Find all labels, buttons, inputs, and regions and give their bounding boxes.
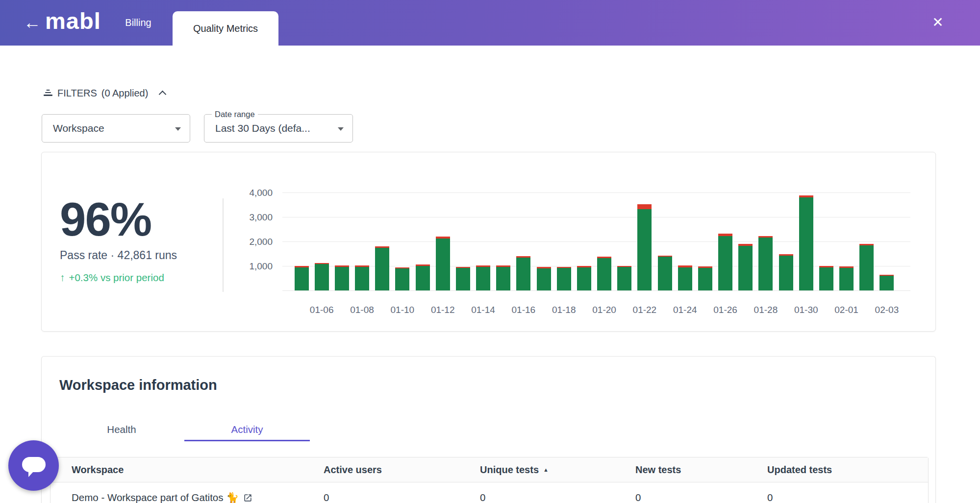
mabl-logo: mabl	[45, 7, 101, 34]
workspace-info-tabs: Health Activity	[59, 418, 310, 441]
bar-passed-segment	[637, 209, 652, 290]
bar-failed-segment	[637, 204, 652, 209]
bar-01-15[interactable]	[496, 265, 510, 290]
bar-01-13[interactable]	[456, 267, 470, 291]
tab-quality-metrics-label: Quality Metrics	[193, 23, 258, 34]
bar-01-25[interactable]	[698, 266, 712, 290]
column-header-active-users[interactable]: Active users	[324, 464, 480, 476]
bar-01-26[interactable]	[718, 234, 732, 290]
bar-02-02[interactable]	[859, 244, 874, 290]
bar-01-14[interactable]	[476, 265, 490, 290]
pass-rate-value: 96%	[60, 194, 226, 244]
bar-01-05[interactable]	[295, 266, 309, 290]
y-axis-tick-label: 1,000	[232, 261, 273, 272]
table-row[interactable]: Demo - Workspace part of Gatitos 🐈 0 0 0…	[50, 482, 928, 503]
x-axis-tick-label: 01-28	[754, 305, 778, 315]
x-axis-tick-label: 01-30	[794, 305, 818, 315]
bar-passed-segment	[597, 258, 611, 291]
bar-01-27[interactable]	[738, 244, 753, 290]
bar-01-31[interactable]	[819, 266, 833, 290]
bar-01-30[interactable]	[799, 195, 813, 290]
x-axis-tick-label: 02-03	[875, 305, 899, 315]
bar-passed-segment	[859, 245, 874, 291]
bar-01-18[interactable]	[557, 267, 571, 291]
bar-02-01[interactable]	[839, 266, 854, 290]
x-axis-tick-label: 01-26	[713, 305, 737, 315]
chat-launcher-button[interactable]	[8, 440, 59, 491]
chevron-up-icon	[159, 91, 167, 98]
external-link-icon[interactable]	[243, 493, 252, 503]
x-axis-tick-label: 01-12	[431, 305, 455, 315]
sort-ascending-icon: ▲	[543, 467, 549, 473]
bar-plot: 1,0002,0003,0004,00001-0601-0801-1001-12…	[282, 193, 910, 291]
bar-passed-segment	[416, 266, 430, 291]
bar-passed-segment	[698, 268, 712, 291]
workspace-information-title: Workspace information	[59, 377, 217, 393]
bar-passed-segment	[295, 267, 309, 291]
filter-icon	[43, 90, 52, 97]
bar-01-21[interactable]	[617, 266, 631, 291]
tab-activity[interactable]: Activity	[184, 418, 310, 441]
bar-passed-segment	[799, 197, 813, 290]
x-axis-tick-label: 01-14	[471, 305, 495, 315]
updated-tests-value: 0	[767, 492, 928, 503]
bar-01-07[interactable]	[335, 265, 349, 290]
bar-passed-segment	[577, 267, 591, 291]
bar-01-08[interactable]	[355, 265, 369, 290]
table-header-row: Workspace Active users Unique tests ▲ Ne…	[50, 457, 928, 482]
bar-passed-segment	[718, 236, 732, 290]
bar-02-03[interactable]	[879, 275, 894, 291]
filters-toggle[interactable]: FILTERS (0 Applied)	[43, 86, 165, 100]
x-axis-tick-label: 01-22	[633, 305, 657, 315]
workspace-link-cell[interactable]: Demo - Workspace part of Gatitos 🐈	[50, 492, 324, 503]
column-header-new-tests[interactable]: New tests	[635, 464, 767, 476]
column-header-unique-tests[interactable]: Unique tests ▲	[480, 464, 635, 476]
bar-01-06[interactable]	[315, 263, 329, 291]
x-axis-tick-label: 01-16	[512, 305, 536, 315]
pass-rate-delta-text: +0.3% vs prior period	[69, 272, 164, 284]
bar-01-20[interactable]	[597, 257, 611, 290]
y-axis-tick-label: 2,000	[232, 237, 273, 247]
x-axis-tick-label: 01-08	[350, 305, 374, 315]
column-header-workspace[interactable]: Workspace	[50, 464, 324, 476]
column-header-updated-tests[interactable]: Updated tests	[767, 464, 928, 476]
bar-passed-segment	[395, 268, 409, 290]
bar-01-28[interactable]	[758, 236, 773, 290]
bar-passed-segment	[476, 267, 490, 291]
x-axis-baseline	[282, 290, 910, 291]
date-range-select[interactable]: Date range Last 30 Days (defa...	[204, 114, 353, 143]
pass-rate-card: 96% Pass rate · 42,861 runs ↑ +0.3% vs p…	[41, 152, 936, 332]
bar-passed-segment	[355, 267, 369, 291]
workspace-filter-value: Workspace	[53, 115, 104, 142]
bar-01-10[interactable]	[395, 267, 409, 291]
bar-01-17[interactable]	[537, 267, 551, 290]
bar-01-22[interactable]	[637, 204, 652, 290]
bar-01-23[interactable]	[658, 256, 672, 291]
tab-billing-label: Billing	[125, 17, 151, 28]
bar-01-12[interactable]	[436, 237, 450, 290]
bar-01-09[interactable]	[375, 246, 389, 290]
tab-quality-metrics[interactable]: Quality Metrics	[173, 11, 278, 46]
workspace-filter-select[interactable]: Workspace	[42, 114, 190, 143]
bar-passed-segment	[456, 268, 470, 290]
tab-health[interactable]: Health	[59, 418, 184, 441]
x-axis-tick-label: 01-20	[592, 305, 616, 315]
x-axis-tick-label: 01-06	[310, 305, 334, 315]
bar-01-29[interactable]	[779, 254, 793, 290]
back-arrow-icon[interactable]: ←	[23, 11, 42, 34]
close-icon[interactable]: ✕	[929, 14, 947, 31]
bar-01-11[interactable]	[416, 264, 430, 290]
bar-passed-segment	[335, 267, 349, 291]
bar-passed-segment	[537, 268, 551, 291]
bar-passed-segment	[436, 239, 450, 291]
bar-passed-segment	[658, 257, 672, 290]
bar-01-19[interactable]	[577, 266, 591, 290]
bar-passed-segment	[738, 246, 753, 290]
x-axis-tick-label: 01-10	[391, 305, 415, 315]
x-axis-tick-label: 01-18	[552, 305, 576, 315]
bar-01-16[interactable]	[516, 256, 530, 290]
tab-billing[interactable]: Billing	[109, 0, 168, 46]
bar-passed-segment	[839, 268, 854, 291]
bar-01-24[interactable]	[678, 265, 692, 291]
workspace-information-card: Workspace information Health Activity Wo…	[41, 356, 936, 503]
